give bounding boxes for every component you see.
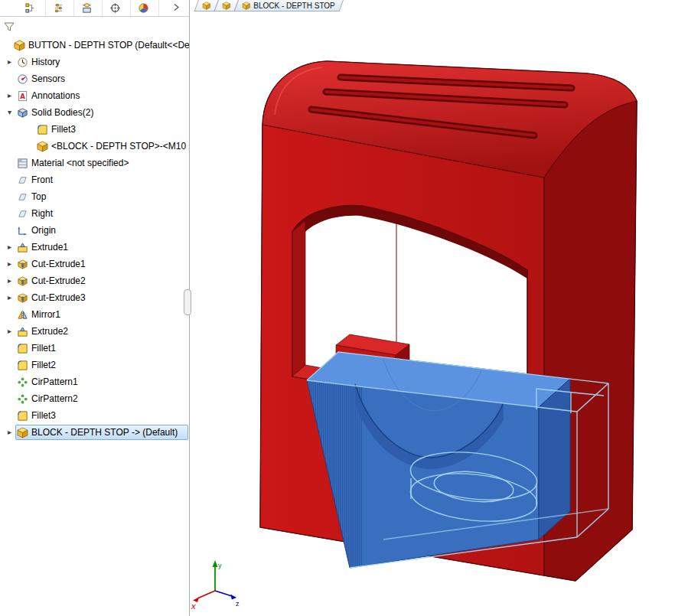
tree-item-label: CirPattern1 (31, 376, 78, 387)
cirpattern-icon (16, 376, 28, 388)
dimxpertmanager-tab[interactable] (103, 0, 131, 16)
doc-tab-block-depth-stop[interactable]: BLOCK - DEPTH STOP (234, 0, 344, 11)
tree-root-item[interactable]: BUTTON - DEPTH STOP (Default<<Defa (0, 37, 189, 54)
configurationmanager-tab[interactable] (74, 0, 103, 16)
plane-icon (16, 207, 28, 220)
tree-item-fillet1[interactable]: Fillet1 (0, 340, 189, 357)
triad-x-label: x (191, 601, 196, 611)
part-icon (202, 2, 210, 10)
tree-item-material-not-specified[interactable]: Material <not specified> (0, 155, 189, 171)
tree-item-label: Fillet2 (31, 360, 56, 370)
origin-icon (16, 224, 28, 236)
tree-item-fillet3[interactable]: Fillet3 (0, 407, 189, 424)
part-icon (16, 426, 28, 438)
expand-arrow[interactable]: ▸ (4, 429, 15, 436)
tree-root-label: BUTTON - DEPTH STOP (Default<<Defa (28, 40, 189, 51)
tree-item-label: Cut-Extrude3 (31, 292, 86, 303)
expand-arrow[interactable]: ▸ (4, 58, 15, 66)
featuremanager-icon (24, 2, 36, 15)
tree-item-fillet2[interactable]: Fillet2 (0, 357, 189, 373)
panel-splitter-grip[interactable] (184, 289, 191, 315)
chevron-right-icon (171, 2, 181, 15)
displaymanager-tab[interactable] (131, 0, 159, 16)
featuremanager-tab[interactable] (18, 0, 46, 16)
tree-item-cut-extrude2[interactable]: ▸Cut-Extrude2 (0, 272, 189, 289)
document-tab-bar: BLOCK - DEPTH STOP (198, 0, 343, 11)
tree-item-mirror1[interactable]: Mirror1 (0, 306, 189, 323)
displaymanager-icon (137, 2, 149, 15)
doc-tab-label: BLOCK - DEPTH STOP (253, 2, 335, 10)
tree-item-extrude2[interactable]: ▸Extrude2 (0, 323, 189, 340)
tree-item-front[interactable]: Front (0, 171, 189, 188)
mirror-icon (16, 308, 28, 321)
tree-item-label: <BLOCK - DEPTH STOP>-<M10 (51, 141, 186, 152)
part-icon (13, 39, 25, 51)
tree-item-solid-bodies-2[interactable]: ▾Solid Bodies(2) (0, 104, 189, 121)
propertymanager-tab[interactable] (46, 0, 74, 16)
collapse-arrow[interactable]: ▾ (4, 109, 15, 116)
tree-item-annotations[interactable]: ▸AAnnotations (0, 87, 189, 104)
panel-tab-bar (0, 0, 189, 17)
graphics-area[interactable]: BLOCK - DEPTH STOP (191, 0, 688, 616)
fillet-icon (16, 409, 28, 422)
part-icon (36, 140, 48, 152)
expand-arrow[interactable]: ▸ (4, 92, 15, 99)
cirpattern-icon (16, 393, 28, 405)
triad-z-label: z (236, 600, 240, 608)
tree-item-extrude1[interactable]: ▸Extrude1 (0, 239, 189, 256)
part-icon (242, 2, 250, 10)
tree-item-label: History (31, 57, 60, 67)
tree-item-label: Sensors (31, 73, 65, 84)
triad-y-label: y (218, 562, 222, 569)
tree-item-block-depth-stop-m10[interactable]: <BLOCK - DEPTH STOP>-<M10 (0, 138, 189, 155)
tree-item-fillet3[interactable]: Fillet3 (0, 121, 189, 138)
tree-item-label: Mirror1 (31, 309, 60, 320)
tree-item-cirpattern2[interactable]: CirPattern2 (0, 390, 189, 407)
filter-row (0, 17, 189, 36)
expand-arrow[interactable]: ▸ (4, 243, 15, 251)
tree-item-cut-extrude1[interactable]: ▸Cut-Extrude1 (0, 256, 189, 272)
tree-item-label: Material <not specified> (31, 158, 129, 168)
origin-triad: x y z (191, 560, 240, 611)
panel-flyout-chevron-button[interactable] (169, 2, 183, 15)
tree-item-label: Fillet3 (31, 410, 56, 421)
tree-item-label: Front (31, 174, 53, 185)
tree-item-label: Solid Bodies(2) (31, 107, 93, 118)
fillet-icon (16, 342, 28, 354)
fillet-icon (16, 359, 28, 371)
propertymanager-icon (52, 2, 64, 15)
tree-item-label: Extrude2 (31, 326, 68, 337)
cut-extrude-icon (16, 292, 28, 304)
feature-manager-panel: BUTTON - DEPTH STOP (Default<<Defa ▸Hist… (0, 0, 190, 616)
tree-item-label: Origin (31, 225, 56, 236)
extrude-icon (16, 325, 28, 337)
expand-arrow[interactable]: ▸ (4, 277, 15, 285)
tree-item-label: BLOCK - DEPTH STOP -> (Default) (31, 427, 178, 438)
expand-arrow[interactable]: ▸ (4, 260, 15, 268)
feature-tree: BUTTON - DEPTH STOP (Default<<Defa ▸Hist… (0, 36, 189, 441)
fillet-icon (36, 123, 48, 135)
tree-item-label: Cut-Extrude1 (31, 259, 86, 269)
cut-extrude-icon (16, 258, 28, 270)
tree-item-right[interactable]: Right (0, 205, 189, 222)
model-3d-view[interactable]: x y z (191, 0, 688, 616)
annotations-icon: A (16, 90, 28, 102)
filter-funnel-icon[interactable] (3, 21, 15, 33)
tree-item-block-depth-stop-default[interactable]: ▸BLOCK - DEPTH STOP -> (Default) (0, 424, 189, 441)
tree-item-label: Fillet1 (31, 343, 56, 354)
tree-item-cut-extrude3[interactable]: ▸Cut-Extrude3 (0, 289, 189, 306)
tree-item-cirpattern1[interactable]: CirPattern1 (0, 373, 189, 390)
tree-item-sensors[interactable]: Sensors (0, 70, 189, 87)
dimxpertmanager-icon (109, 2, 121, 15)
solid-bodies-icon (16, 106, 28, 119)
tree-item-top[interactable]: Top (0, 188, 189, 205)
tree-item-history[interactable]: ▸History (0, 54, 189, 70)
extrude-icon (16, 241, 28, 253)
expand-arrow[interactable]: ▸ (4, 294, 15, 301)
part-icon (222, 2, 230, 10)
tree-item-label: CirPattern2 (31, 393, 78, 404)
configurationmanager-icon (80, 2, 93, 15)
tree-item-origin[interactable]: Origin (0, 222, 189, 239)
cut-extrude-icon (16, 275, 28, 287)
expand-arrow[interactable]: ▸ (4, 328, 15, 335)
